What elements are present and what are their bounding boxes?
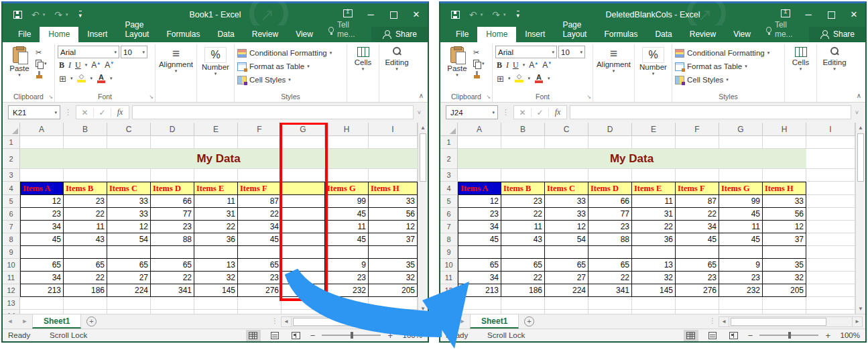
row-header-3[interactable]: 3 (3, 169, 20, 182)
scroll-up-icon[interactable]: ▲ (418, 123, 428, 133)
column-header-F[interactable]: F (676, 123, 719, 136)
cell-H6[interactable]: 45 (325, 208, 369, 221)
cell-C9[interactable] (107, 246, 151, 259)
cell-F14[interactable] (676, 310, 719, 314)
cell-I6[interactable] (806, 208, 855, 221)
new-sheet-button[interactable]: + (81, 314, 101, 329)
cell-I5[interactable]: 33 (369, 195, 418, 208)
cell-G10[interactable] (282, 259, 325, 272)
page-break-view-button[interactable] (727, 330, 741, 341)
name-box[interactable]: J24▾ (446, 105, 498, 119)
cell-G11[interactable] (282, 272, 325, 284)
cell-F5[interactable]: 87 (676, 195, 719, 208)
cell-I5[interactable] (806, 195, 855, 208)
select-all-corner[interactable] (440, 123, 458, 136)
cell-F10[interactable]: 65 (238, 259, 282, 272)
cell-D11[interactable]: 22 (151, 272, 194, 284)
cell-E10[interactable]: 13 (632, 259, 676, 272)
cell-C7[interactable]: 12 (107, 221, 151, 233)
cell-C4[interactable]: Items C (545, 182, 588, 195)
cell-A8[interactable]: 45 (20, 233, 64, 246)
cell-E3[interactable] (632, 169, 676, 182)
column-header-I[interactable]: I (369, 123, 418, 136)
collapse-ribbon-icon[interactable]: ∧ (857, 92, 861, 99)
editing-button[interactable]: Editing▾ (382, 46, 412, 72)
row-header-8[interactable]: 8 (3, 233, 20, 246)
cell-E1[interactable] (632, 136, 676, 149)
row-header-14[interactable]: 14 (440, 310, 458, 314)
cell-F14[interactable] (238, 310, 282, 314)
zoom-level[interactable]: 100% (399, 331, 422, 339)
cell-C6[interactable]: 33 (545, 208, 588, 221)
cell-G10[interactable]: 9 (719, 259, 763, 272)
zoom-slider[interactable] (759, 335, 818, 336)
maximize-button[interactable] (820, 9, 843, 19)
row-header-9[interactable]: 9 (3, 246, 20, 259)
cell-B1[interactable] (501, 136, 545, 149)
cell-G12[interactable]: 232 (719, 284, 763, 297)
prev-sheet-icon[interactable]: ◄ (3, 314, 17, 329)
cell-E7[interactable]: 22 (194, 221, 238, 233)
scroll-down-icon[interactable]: ▼ (856, 304, 865, 314)
cell-I8[interactable]: 37 (369, 233, 418, 246)
zoom-out-button[interactable]: − (310, 331, 316, 341)
cell-E5[interactable]: 11 (194, 195, 238, 208)
ribbon-tab-view[interactable]: View (287, 27, 322, 42)
zoom-slider-thumb[interactable] (788, 332, 791, 339)
cell-I12[interactable] (806, 284, 855, 297)
cell-D14[interactable] (151, 310, 194, 314)
cell-F3[interactable] (676, 169, 719, 182)
ribbon-tab-data[interactable]: Data (646, 27, 680, 42)
cell-B1[interactable] (64, 136, 107, 149)
expand-formula-bar-icon[interactable]: ˅ (416, 109, 422, 116)
ribbon-tab-home[interactable]: Home (477, 27, 516, 42)
cell-A9[interactable] (458, 246, 501, 259)
column-header-C[interactable]: C (107, 123, 151, 136)
column-header-H[interactable]: H (763, 123, 806, 136)
horizontal-scrollbar[interactable]: ◄ ► (281, 314, 425, 329)
cell-A1[interactable] (458, 136, 501, 149)
number-format-button[interactable]: %Number▾ (637, 46, 669, 76)
redo-icon[interactable]: ↷ (54, 10, 62, 19)
cell-I3[interactable] (369, 169, 418, 182)
cell-H14[interactable] (763, 310, 806, 314)
confirm-entry-icon[interactable]: ✓ (94, 108, 111, 117)
row-header-1[interactable]: 1 (3, 136, 20, 149)
cell-G4[interactable]: Items G (719, 182, 763, 195)
cell-C12[interactable]: 224 (545, 284, 588, 297)
format-as-table-button[interactable]: Format as Table▾ (675, 60, 782, 72)
cell-G13[interactable] (282, 297, 325, 310)
prev-sheet-icon[interactable]: ◄ (440, 314, 455, 329)
cell-H5[interactable]: 33 (763, 195, 806, 208)
cell-H8[interactable]: 45 (325, 233, 369, 246)
cell-A4[interactable]: Items A (458, 182, 501, 195)
cell-A9[interactable] (20, 246, 64, 259)
cell-B12[interactable]: 186 (501, 284, 545, 297)
cell-C14[interactable] (107, 310, 151, 314)
row-header-12[interactable]: 12 (440, 284, 458, 297)
cell-H11[interactable]: 32 (763, 272, 806, 284)
format-painter-button[interactable] (36, 70, 47, 80)
cell-A7[interactable]: 34 (458, 221, 501, 233)
cell-D10[interactable]: 65 (588, 259, 632, 272)
cell-I14[interactable] (806, 310, 855, 314)
vertical-scroll-thumb[interactable] (420, 133, 426, 182)
cell-I1[interactable] (369, 136, 418, 149)
cell-C3[interactable] (545, 169, 588, 182)
tab-scroll-splitter[interactable]: ⋮ (269, 314, 281, 329)
cell-D14[interactable] (588, 310, 632, 314)
cell-D9[interactable] (151, 246, 194, 259)
cell-H1[interactable] (325, 136, 369, 149)
cell-A10[interactable]: 65 (458, 259, 501, 272)
row-header-13[interactable]: 13 (3, 297, 20, 310)
cell-H8[interactable]: 37 (763, 233, 806, 246)
cell-F8[interactable]: 45 (676, 233, 719, 246)
scroll-left-icon[interactable]: ◄ (719, 316, 729, 327)
normal-view-button[interactable] (246, 330, 261, 341)
cell-C9[interactable] (545, 246, 588, 259)
cell-D13[interactable] (588, 297, 632, 310)
undo-icon[interactable]: ↶ (469, 10, 477, 19)
cell-H10[interactable]: 35 (763, 259, 806, 272)
next-sheet-icon[interactable]: ► (17, 314, 32, 329)
ribbon-tab-review[interactable]: Review (243, 27, 287, 42)
